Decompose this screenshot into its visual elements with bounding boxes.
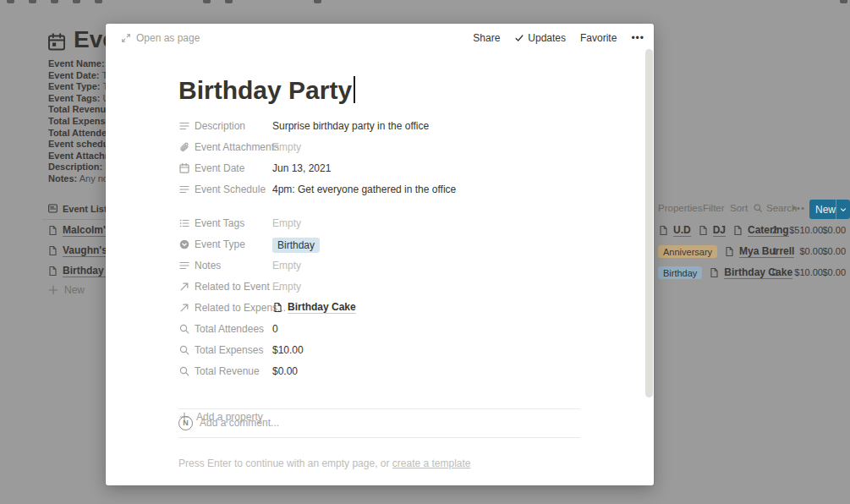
topbar-mark bbox=[314, 0, 321, 3]
avatar: N bbox=[178, 416, 193, 430]
expand-icon bbox=[121, 33, 131, 43]
page-link[interactable]: Birthday Cake bbox=[272, 301, 356, 314]
text-cursor bbox=[354, 76, 355, 103]
property-row-event-attachments[interactable]: Event Attachments Empty bbox=[178, 137, 584, 158]
open-as-page-button[interactable]: Open as page bbox=[121, 32, 200, 44]
table-cell[interactable]: $0.00 bbox=[778, 242, 823, 261]
page-link[interactable]: Vaughn's A bbox=[63, 244, 106, 257]
page-link[interactable]: Birthday Pa bbox=[63, 265, 106, 277]
relation-icon bbox=[178, 302, 190, 314]
property-row-total-attendees[interactable]: Total Attendees 0 bbox=[178, 319, 584, 340]
paperclip-icon bbox=[178, 141, 190, 153]
properties-button[interactable]: Properties bbox=[658, 203, 702, 213]
rollup-icon bbox=[178, 365, 190, 377]
scrollbar-thumb[interactable] bbox=[645, 49, 653, 397]
calendar-page-icon bbox=[47, 32, 67, 52]
property-value[interactable]: Surprise birthday party in the office bbox=[272, 120, 429, 132]
page-icon bbox=[272, 302, 283, 313]
text-icon bbox=[178, 260, 190, 271]
property-value-empty[interactable]: Empty bbox=[272, 217, 301, 229]
table-cell[interactable]: $0.00 bbox=[821, 263, 846, 282]
property-row-total-expenses[interactable]: Total Expenses $10.00 bbox=[178, 340, 584, 361]
tag-birthday[interactable]: Birthday bbox=[272, 238, 320, 253]
property-row-event-type[interactable]: Event Type Birthday bbox=[178, 234, 584, 255]
table-cell[interactable]: $0.00 bbox=[821, 221, 846, 240]
divider bbox=[178, 437, 580, 438]
bulleted-list-icon bbox=[178, 217, 190, 229]
search-button[interactable]: Search bbox=[753, 203, 797, 213]
property-value-empty[interactable]: Empty bbox=[272, 281, 301, 293]
page-icon bbox=[724, 246, 735, 257]
tag-birthday[interactable]: Birthday bbox=[658, 266, 702, 279]
page-icon bbox=[47, 245, 58, 256]
app-screen: Eve Event Name: The Event Date: The Even… bbox=[0, 0, 850, 504]
text-icon bbox=[178, 120, 190, 132]
new-button[interactable]: New bbox=[809, 200, 850, 219]
more-button[interactable]: ••• bbox=[792, 203, 805, 213]
property-row-notes[interactable]: Notes Empty bbox=[178, 255, 584, 277]
property-row-event-tags[interactable]: Event Tags Empty bbox=[178, 213, 584, 234]
property-value[interactable]: $10.00 bbox=[272, 344, 304, 356]
list-item[interactable]: Vaughn's A bbox=[47, 241, 106, 260]
empty-page-hint: Press Enter to continue with an empty pa… bbox=[178, 457, 471, 469]
property-row-related-to-event[interactable]: Related to Event ... Empty bbox=[178, 277, 584, 298]
table-cell[interactable]: 2 bbox=[755, 221, 777, 240]
page-link[interactable]: U.D bbox=[673, 224, 691, 237]
background-page-text: Event Name: The Event Date: The Event Ty… bbox=[48, 58, 106, 185]
property-row-event-schedule[interactable]: Event Schedule 4pm: Get everyone gathere… bbox=[178, 179, 584, 200]
sort-button[interactable]: Sort bbox=[730, 203, 748, 213]
property-row-description[interactable]: Description Surprise birthday party in t… bbox=[178, 116, 584, 137]
comment-input[interactable]: N Add a comment... bbox=[178, 414, 279, 431]
text-icon bbox=[178, 184, 190, 195]
property-value[interactable]: 0 bbox=[272, 323, 278, 335]
property-value-empty[interactable]: Empty bbox=[272, 260, 301, 271]
new-row-button[interactable]: New bbox=[47, 281, 85, 299]
select-icon bbox=[178, 238, 190, 250]
updates-button[interactable]: Updates bbox=[514, 32, 566, 44]
tag-anniversary[interactable]: Anniversary bbox=[658, 245, 717, 258]
divider bbox=[42, 219, 106, 220]
create-template-link[interactable]: create a template bbox=[392, 457, 471, 469]
page-icon bbox=[732, 225, 743, 236]
filter-button[interactable]: Filter bbox=[703, 203, 725, 213]
page-link[interactable]: DJ bbox=[713, 224, 726, 237]
relation-icon bbox=[178, 281, 190, 293]
page-icon bbox=[47, 225, 58, 236]
table-cell[interactable]: 1 bbox=[755, 242, 777, 261]
table-cell[interactable]: $510.00 bbox=[778, 221, 823, 240]
divider bbox=[178, 408, 580, 409]
list-view-icon bbox=[47, 203, 58, 214]
property-row-event-date[interactable]: Event Date Jun 13, 2021 bbox=[178, 158, 584, 179]
chevron-down-icon[interactable] bbox=[836, 205, 850, 214]
page-title[interactable]: Birthday Party bbox=[178, 76, 355, 105]
plus-icon bbox=[47, 284, 59, 296]
table-cell[interactable]: $0.00 bbox=[821, 242, 846, 261]
page-icon bbox=[47, 266, 58, 277]
table-cell[interactable]: 0 bbox=[755, 263, 777, 282]
property-value-empty[interactable]: Empty bbox=[272, 141, 301, 153]
topbar-mark bbox=[225, 0, 233, 3]
favorite-button[interactable]: Favorite bbox=[580, 32, 617, 44]
page-icon bbox=[658, 225, 669, 236]
property-value[interactable]: 4pm: Get everyone gathered in the office bbox=[272, 184, 456, 195]
list-item[interactable]: Birthday Pa bbox=[47, 261, 106, 280]
property-row-related-to-expenses[interactable]: Related to Expens... Birthday Cake bbox=[178, 298, 584, 319]
list-item[interactable]: Malcolm's bbox=[47, 221, 106, 239]
property-row-total-revenue[interactable]: Total Revenue $0.00 bbox=[178, 361, 584, 382]
table-cell[interactable]: $10.00 bbox=[778, 263, 823, 282]
rollup-icon bbox=[178, 323, 190, 335]
page-icon bbox=[709, 267, 720, 278]
view-tab-event-list[interactable]: Event List bbox=[47, 203, 106, 214]
topbar-mark bbox=[840, 0, 847, 3]
calendar-icon bbox=[178, 162, 190, 174]
comment-placeholder: Add a comment... bbox=[200, 417, 279, 429]
page-link[interactable]: Malcolm's bbox=[63, 224, 106, 237]
page-peek-modal: Open as page Share Updates Favorite ••• … bbox=[106, 24, 654, 485]
more-button[interactable]: ••• bbox=[631, 32, 644, 44]
share-button[interactable]: Share bbox=[473, 32, 500, 44]
search-icon bbox=[753, 203, 763, 213]
background-page-title: Eve bbox=[74, 26, 106, 53]
property-value[interactable]: Jun 13, 2021 bbox=[272, 162, 331, 174]
property-value[interactable]: $0.00 bbox=[272, 365, 298, 377]
background-page: Eve Event Name: The Event Date: The Even… bbox=[0, 0, 106, 504]
